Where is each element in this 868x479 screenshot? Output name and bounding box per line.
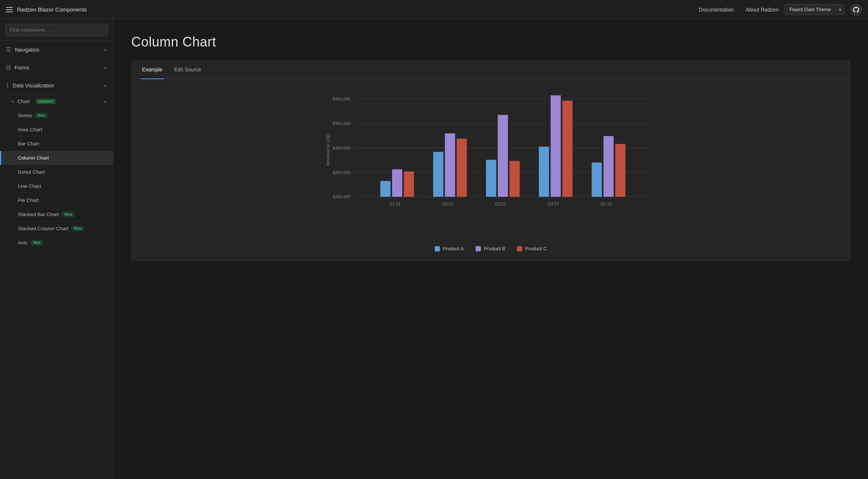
chevron-down-icon: ∨ (104, 65, 107, 70)
sidebar-section-forms-header[interactable]: ⊟ Forms ∨ (0, 59, 113, 77)
sidebar-item-axis[interactable]: AxisNew (0, 236, 113, 250)
bar-q3-b (498, 115, 508, 197)
theme-selector[interactable]: Fluent Dark ThemeFluent Light ThemeMater… (785, 4, 844, 15)
sidebar-item-pie-chart[interactable]: Pie Chart (0, 193, 113, 208)
sidebar-section-navigation: ☰ Navigation ∨ (0, 41, 113, 59)
chevron-down-icon: ∨ (104, 47, 107, 52)
tab-example[interactable]: Example (141, 61, 164, 79)
sidebar-section-navigation-header[interactable]: ☰ Navigation ∨ (0, 41, 113, 59)
svg-text:Q2'22: Q2'22 (442, 202, 453, 206)
chart-legend: Product AProduct BProduct C (141, 246, 841, 251)
product-a-legend-label: Product A (443, 246, 464, 251)
sidebar-item-area-chart[interactable]: Area Chart (0, 123, 113, 137)
chart-icon: ∿ (10, 99, 15, 104)
card-body: $400,000 $350,000 $300,000 $250,000 $200… (132, 79, 850, 260)
product-b-legend-color (476, 246, 481, 251)
bar-q5-c (615, 144, 625, 197)
bar-q5-b (604, 136, 614, 197)
theme-select-input[interactable]: Fluent Dark ThemeFluent Light ThemeMater… (785, 4, 844, 15)
page-title: Column Chart (131, 34, 850, 50)
svg-text:Q1'23: Q1'23 (601, 202, 612, 206)
bar-q1-c (404, 171, 414, 197)
navigation-icon: ☰ (6, 46, 11, 53)
body-layout: ☰ Navigation ∨ ⊟ Forms ∨ (0, 19, 868, 479)
forms-header-left: ⊟ Forms (6, 64, 29, 71)
chart-header-label: Chart (17, 99, 30, 104)
main-card: Example Edit Source $400,000 $350,000 (131, 60, 850, 261)
hamburger-icon[interactable] (6, 7, 13, 12)
sidebar-item-stacked-bar-chart[interactable]: Stacked Bar ChartNew (0, 208, 113, 222)
sidebar-chart-header[interactable]: ∿ Chart Updated ∧ (0, 94, 113, 109)
about-link[interactable]: About Radzen (746, 7, 779, 13)
svg-text:Q3'22: Q3'22 (495, 202, 507, 206)
sidebar-item-donut-chart[interactable]: Donut Chart (0, 165, 113, 179)
brand: Radzen Blazor Components (6, 6, 87, 13)
sidebar-item-column-chart[interactable]: Column Chart (0, 151, 113, 165)
tab-edit-source[interactable]: Edit Source (173, 61, 202, 79)
product-b-legend-label: Product B (484, 246, 505, 251)
product-c-legend-color (517, 246, 522, 251)
nav-links: Documentation About Radzen (699, 7, 779, 13)
svg-text:$200,000: $200,000 (332, 195, 350, 199)
chevron-up-icon: ∧ (104, 99, 107, 104)
bar-q5-a (592, 163, 602, 197)
chart-items-list: SeriesNewArea ChartBar ChartColumn Chart… (0, 109, 113, 250)
forms-icon: ⊟ (6, 64, 11, 71)
bar-q4-a (539, 147, 549, 197)
documentation-link[interactable]: Documentation (699, 7, 734, 13)
bar-q1-b (392, 169, 402, 197)
github-icon[interactable] (850, 4, 862, 16)
svg-text:$250,000: $250,000 (332, 170, 350, 175)
bar-q2-b (445, 134, 455, 197)
nav-header-left: ☰ Navigation (6, 46, 39, 53)
forms-label: Forms (15, 65, 29, 71)
column-chart-svg: $400,000 $350,000 $300,000 $250,000 $200… (141, 91, 841, 240)
sidebar-item-series[interactable]: SeriesNew (0, 109, 113, 123)
sidebar-search-section (0, 19, 113, 41)
dataviz-label: Data Visualization (13, 83, 54, 89)
top-nav: Radzen Blazor Components Documentation A… (0, 0, 868, 19)
chart-container: $400,000 $350,000 $300,000 $250,000 $200… (141, 91, 841, 240)
legend-item-product-c: Product C (517, 246, 547, 251)
product-a-legend-color (435, 246, 440, 251)
sidebar-item-stacked-column-chart[interactable]: Stacked Column ChartNew (0, 222, 113, 236)
dataviz-header-left: ⌇ Data Visualization (6, 82, 54, 89)
svg-text:Revenue in USD: Revenue in USD (326, 134, 330, 166)
bar-q4-b (551, 95, 561, 197)
bar-q3-c (509, 161, 520, 197)
svg-text:$350,000: $350,000 (332, 121, 350, 126)
sidebar-section-forms: ⊟ Forms ∨ (0, 59, 113, 77)
sidebar-list: ☰ Navigation ∨ ⊟ Forms ∨ (0, 41, 113, 479)
search-input[interactable] (5, 24, 108, 36)
bar-q1-a (380, 181, 390, 197)
sidebar-section-data-visualization: ⌇ Data Visualization ∧ ∿ Chart Updated ∧… (0, 77, 113, 250)
bar-q2-a (433, 152, 443, 197)
sidebar-item-line-chart[interactable]: Line Chart (0, 179, 113, 193)
chart-updated-badge: Updated (36, 99, 56, 104)
bar-q3-a (486, 160, 496, 197)
svg-text:$300,000: $300,000 (332, 146, 350, 150)
svg-text:Q4'22: Q4'22 (548, 202, 559, 206)
sidebar-item-bar-chart[interactable]: Bar Chart (0, 137, 113, 151)
chevron-up-icon: ∧ (104, 83, 107, 88)
bar-q2-c (457, 139, 467, 197)
main-content: Column Chart Example Edit Source $400,00… (113, 19, 868, 479)
legend-item-product-b: Product B (476, 246, 505, 251)
bar-q4-c (562, 101, 572, 197)
chart-header-left: ∿ Chart Updated (10, 99, 56, 104)
svg-text:$400,000: $400,000 (332, 97, 350, 101)
card-tabs: Example Edit Source (132, 61, 850, 79)
sidebar-section-dataviz-header[interactable]: ⌇ Data Visualization ∧ (0, 77, 113, 94)
brand-title: Radzen Blazor Components (17, 6, 87, 13)
legend-item-product-a: Product A (435, 246, 464, 251)
sidebar: ☰ Navigation ∨ ⊟ Forms ∨ (0, 19, 113, 479)
svg-text:Q1'22: Q1'22 (389, 202, 401, 206)
product-c-legend-label: Product C (525, 246, 547, 251)
dataviz-icon: ⌇ (6, 82, 9, 89)
navigation-label: Navigation (15, 47, 39, 53)
